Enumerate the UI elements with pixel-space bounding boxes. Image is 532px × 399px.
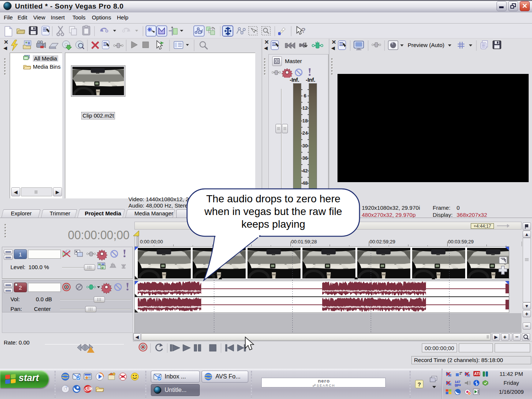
svg-text:α: α — [102, 266, 103, 269]
svg-text:6: 6 — [304, 93, 306, 99]
svg-text:?: ? — [301, 27, 306, 34]
svg-text:ATI: ATI — [474, 372, 480, 376]
svg-text:36: 36 — [302, 155, 308, 161]
svg-text:AIM: AIM — [85, 387, 92, 391]
svg-text:gpu: gpu — [455, 383, 461, 387]
svg-text:12: 12 — [302, 105, 308, 111]
svg-text:42: 42 — [302, 168, 308, 174]
svg-text:Preview (Auto): Preview (Auto) — [408, 42, 444, 48]
svg-text:30: 30 — [302, 143, 308, 149]
svg-text:18: 18 — [302, 118, 308, 124]
svg-text:24: 24 — [302, 130, 308, 136]
